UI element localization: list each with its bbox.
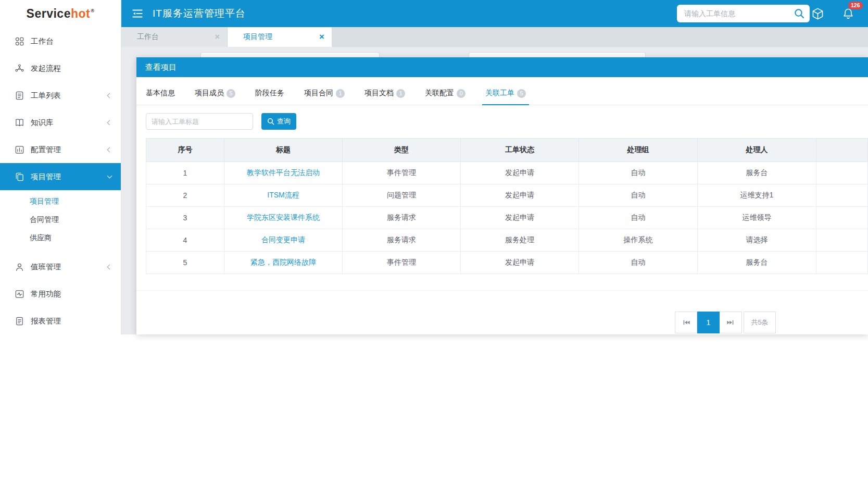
duty-person-icon	[15, 262, 24, 272]
table-cell: 发起申请	[461, 207, 579, 229]
ticket-title-link[interactable]: 学院东区安装课件系统	[247, 213, 320, 221]
table-header-cell: 序号	[146, 139, 224, 162]
dialog-tab-label: 项目成员	[195, 89, 224, 98]
sidebar: Servicehot® 工作台发起流程工单列表知识库配置管理项目管理项目管理合同…	[0, 0, 121, 334]
sidebar-item-config-mgmt[interactable]: 配置管理	[0, 136, 121, 163]
table-cell: 2	[146, 184, 224, 207]
sidebar-item-label: 发起流程	[31, 64, 111, 73]
sidebar-subitem-label: 合同管理	[30, 215, 59, 225]
report-doc-icon	[15, 316, 24, 326]
chevron-left-icon	[107, 147, 112, 152]
ticket-title-cell: ITSM流程	[224, 184, 343, 207]
sidebar-item-project-mgmt[interactable]: 项目管理	[0, 163, 121, 190]
dashboard-grid-icon	[15, 36, 24, 46]
sidebar-item-start-flow[interactable]: 发起流程	[0, 55, 121, 82]
dialog-tab-basic-info[interactable]: 基本信息	[146, 84, 175, 105]
dialog-tab-stage-tasks[interactable]: 阶段任务	[255, 84, 284, 105]
sidebar-item-knowledge-base[interactable]: 知识库	[0, 109, 121, 136]
table-header-cell-empty	[816, 139, 868, 162]
close-tab-icon[interactable]: ×	[215, 32, 220, 42]
ticket-title-link[interactable]: 紧急，西院网络故障	[250, 258, 316, 266]
ticket-title-cell: 合同变更申请	[224, 229, 343, 252]
sidebar-nav: 工作台发起流程工单列表知识库配置管理项目管理项目管理合同管理供应商值班管理常用功…	[0, 28, 121, 334]
ticket-title-link[interactable]: 教学软件平台无法启动	[247, 168, 320, 177]
close-tab-icon[interactable]: ×	[319, 32, 324, 42]
table-row: 3学院东区安装课件系统服务请求发起申请自动运维领导	[146, 207, 868, 229]
table-cell: 发起申请	[461, 162, 579, 184]
search-icon[interactable]	[794, 8, 805, 19]
ticket-title-input[interactable]	[146, 113, 253, 130]
topbar-search	[677, 5, 810, 22]
sidebar-subitem-supplier[interactable]: 供应商	[0, 229, 121, 247]
page-1-button[interactable]: 1	[697, 312, 720, 333]
dialog-tab-related-tickets[interactable]: 关联工单5	[485, 84, 526, 105]
sidebar-item-workbench[interactable]: 工作台	[0, 28, 121, 55]
table-cell-empty	[816, 184, 868, 207]
project-docs-icon	[15, 172, 24, 182]
sidebar-subitem-project-mgmt-sub[interactable]: 项目管理	[0, 192, 121, 210]
knowledge-book-icon	[15, 118, 24, 128]
sidebar-item-label: 工作台	[31, 36, 111, 46]
table-cell: 运维领导	[698, 207, 816, 229]
table-cell: 服务台	[698, 162, 816, 184]
sidebar-item-label: 值班管理	[31, 262, 108, 272]
dialog-tab-label: 基本信息	[146, 89, 175, 98]
dialog-tab-members[interactable]: 项目成员5	[195, 84, 235, 105]
content-area: 查看项目 基本信息项目成员5阶段任务项目合同1项目文档1关联配置0关联工单5 查…	[121, 47, 868, 334]
first-page-button[interactable]	[675, 312, 697, 333]
first-page-icon	[682, 318, 690, 327]
sidebar-item-ticket-list[interactable]: 工单列表	[0, 82, 121, 109]
table-header-row: 序号标题类型工单状态处理组处理人	[146, 139, 868, 162]
sidebar-item-label: 知识库	[31, 118, 108, 128]
table-header-cell: 处理人	[698, 139, 816, 162]
chevron-left-icon	[107, 93, 112, 98]
dialog-tab-documents[interactable]: 项目文档1	[364, 84, 405, 105]
sidebar-item-common-functions[interactable]: 常用功能	[0, 280, 121, 307]
table-cell: 5	[146, 252, 224, 274]
ticket-title-cell: 教学软件平台无法启动	[224, 162, 343, 184]
table-cell: 1	[146, 162, 224, 184]
dialog-tab-label: 关联配置	[425, 89, 454, 98]
table-cell-empty	[816, 207, 868, 229]
table-cell-empty	[816, 162, 868, 184]
sidebar-subitem-contract-mgmt[interactable]: 合同管理	[0, 210, 121, 229]
topbar-search-input[interactable]	[683, 9, 794, 18]
notifications-button[interactable]: 126	[841, 7, 855, 20]
registered-mark: ®	[91, 8, 94, 14]
dialog-tab-label: 项目合同	[304, 89, 333, 98]
chevron-left-icon	[107, 264, 112, 269]
sidebar-item-label: 项目管理	[31, 172, 108, 182]
dialog-title: 查看项目	[145, 63, 177, 72]
count-badge: 1	[336, 89, 345, 98]
page-tab-project-mgmt[interactable]: 项目管理×	[228, 27, 332, 47]
pulse-panel-icon	[15, 289, 24, 299]
ticket-title-link[interactable]: 合同变更申请	[261, 235, 305, 244]
chevron-left-icon	[107, 120, 112, 125]
sidebar-item-report-mgmt[interactable]: 报表管理	[0, 307, 121, 334]
ticket-title-link[interactable]: ITSM流程	[267, 191, 299, 199]
start-flow-icon	[15, 64, 24, 73]
app-root: Servicehot® 工作台发起流程工单列表知识库配置管理项目管理项目管理合同…	[0, 0, 868, 497]
notification-badge: 126	[848, 2, 863, 9]
dialog-tab-label: 项目文档	[364, 89, 394, 98]
count-badge: 1	[396, 89, 405, 98]
page-tab-workbench[interactable]: 工作台×	[121, 27, 228, 47]
ticket-search-toolbar: 查询	[146, 113, 868, 130]
dialog-tab-contracts[interactable]: 项目合同1	[304, 84, 345, 105]
ticket-title-cell: 学院东区安装课件系统	[224, 207, 343, 229]
table-cell: 操作系统	[579, 229, 698, 252]
pagination: 1 共5条	[675, 312, 776, 333]
table-cell: 运维支持1	[698, 184, 816, 207]
next-page-button[interactable]	[720, 312, 742, 333]
collapse-menu-icon[interactable]	[131, 7, 144, 20]
table-cell: 3	[146, 207, 224, 229]
app-cube-icon[interactable]	[811, 7, 825, 21]
table-cell: 事件管理	[343, 162, 461, 184]
count-badge: 0	[457, 89, 466, 98]
dialog-header: 查看项目	[136, 57, 868, 77]
dialog-tab-related-config[interactable]: 关联配置0	[425, 84, 466, 105]
sidebar-subitem-label: 项目管理	[30, 197, 59, 206]
table-cell: 自动	[579, 184, 698, 207]
sidebar-item-duty-mgmt[interactable]: 值班管理	[0, 253, 121, 280]
query-button[interactable]: 查询	[261, 113, 296, 130]
